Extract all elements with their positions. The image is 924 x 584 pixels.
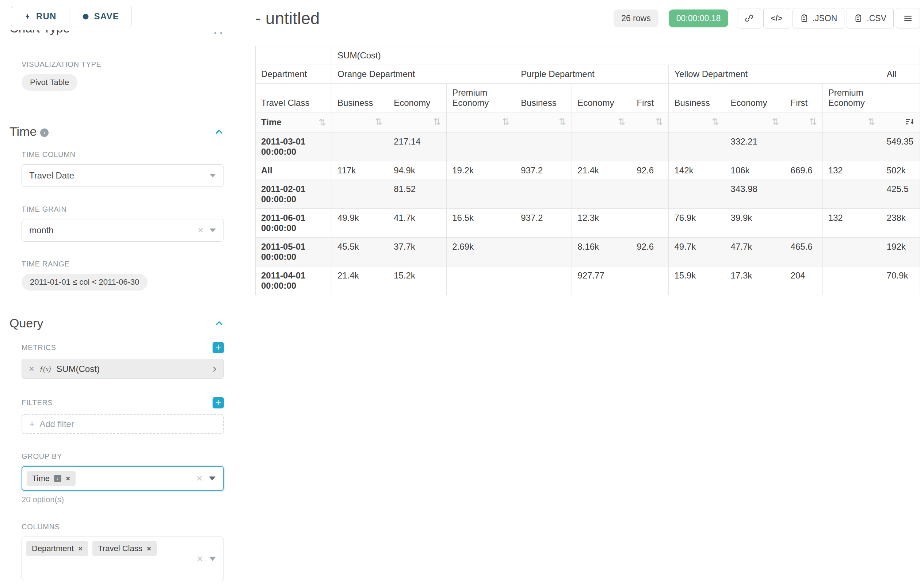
remove-tag-icon[interactable]: ×	[147, 544, 151, 553]
sort-icon[interactable]: ⇅	[772, 117, 779, 126]
pivot-cell: 2.69k	[447, 238, 515, 267]
chart-toolbar: 26 rows 00:00:00.18 </>	[614, 8, 920, 28]
group-by-tag[interactable]: Time i ×	[26, 471, 76, 486]
pivot-cell: 17.3k	[725, 267, 785, 295]
menu-button[interactable]	[896, 8, 920, 28]
export-json-button[interactable]: .JSON	[792, 8, 845, 28]
time-grain-select[interactable]: month ×	[21, 219, 224, 242]
pivot-column-header: Economy	[572, 84, 631, 112]
pivot-row-label: 2011-06-01 00:00:00	[256, 209, 332, 238]
pivot-cell	[669, 180, 725, 209]
query-section-header[interactable]: Query	[10, 316, 224, 330]
sort-icon[interactable]: ⇅	[433, 117, 441, 126]
chart-panel: - untitled 26 rows 00:00:00.18 </>	[236, 0, 924, 584]
pivot-sort-cell	[881, 112, 920, 133]
sort-icon[interactable]: ⇅	[809, 117, 817, 126]
sort-icon[interactable]: ⇅	[868, 117, 875, 126]
clear-icon[interactable]: ×	[197, 553, 203, 565]
metrics-control: METRICS + × ƒ(x) SUM(Cost) ›	[21, 342, 224, 379]
export-csv-button[interactable]: .CSV	[846, 8, 894, 28]
chevron-up-icon[interactable]	[214, 127, 224, 137]
remove-tag-icon[interactable]: ×	[66, 474, 70, 483]
columns-tag[interactable]: Travel Class ×	[92, 541, 157, 556]
pivot-row-dimension: Time⇅	[256, 112, 332, 133]
pivot-group-header: Orange Department	[332, 65, 515, 84]
pivot-column-header: Premium Economy	[822, 84, 881, 112]
add-filter-button[interactable]: + Add filter	[21, 414, 224, 434]
metric-item[interactable]: × ƒ(x) SUM(Cost) ›	[21, 359, 224, 379]
pivot-cell: 41.7k	[388, 209, 447, 238]
view-query-button[interactable]: </>	[763, 8, 790, 28]
sort-desc-icon[interactable]	[905, 117, 914, 126]
add-filter-plus-button[interactable]: +	[213, 397, 224, 408]
clear-icon[interactable]: ×	[196, 473, 202, 484]
pivot-cell: 549.35	[881, 133, 920, 161]
caret-down-icon	[210, 229, 216, 232]
remove-metric-icon[interactable]: ×	[29, 364, 34, 374]
pivot-cell: 217.14	[388, 133, 447, 161]
chevron-right-icon[interactable]: ›	[213, 362, 216, 376]
pivot-cell	[515, 238, 572, 267]
pivot-cell	[515, 180, 572, 209]
caret-down-icon[interactable]	[209, 557, 216, 561]
pivot-cell	[515, 133, 572, 161]
info-icon: i	[40, 128, 49, 137]
chart-title: - untitled	[255, 8, 320, 28]
sort-icon[interactable]: ⇅	[375, 117, 383, 126]
clear-icon[interactable]: ×	[198, 225, 203, 236]
pivot-metric-header: SUM(Cost)	[332, 46, 920, 65]
sort-icon[interactable]: ⇅	[712, 117, 719, 126]
pivot-sort-cell: ⇅	[669, 112, 725, 133]
filters-control: FILTERS + + Add filter	[21, 397, 224, 434]
pivot-cell	[572, 180, 631, 209]
sort-icon[interactable]: ⇅	[655, 117, 663, 126]
explore-view: RUN SAVE Chart Type VISUALIZATION TYPE P…	[0, 0, 924, 584]
share-link-button[interactable]	[737, 8, 761, 28]
chart-type-heading: Chart Type	[10, 30, 70, 35]
pivot-cell	[631, 133, 669, 161]
pivot-sort-cell: ⇅	[388, 112, 447, 133]
time-range-value[interactable]: 2011-01-01 ≤ col < 2011-06-30	[21, 274, 148, 291]
filters-label: FILTERS	[21, 398, 53, 407]
group-by-select[interactable]: Time i × ×	[21, 466, 224, 491]
pivot-cell: 15.9k	[669, 267, 725, 295]
run-button[interactable]: RUN	[12, 6, 69, 26]
pivot-cell	[822, 133, 881, 161]
sort-icon[interactable]: ⇅	[502, 117, 510, 126]
sort-icon[interactable]: ⇅	[617, 117, 625, 126]
pivot-cell: 142k	[669, 161, 725, 180]
pivot-cell	[332, 133, 388, 161]
time-section-header[interactable]: Time i	[10, 125, 224, 139]
columns-select[interactable]: Department × Travel Class × ×	[21, 536, 224, 581]
remove-tag-icon[interactable]: ×	[78, 544, 82, 553]
sort-icon[interactable]: ⇅	[558, 117, 566, 126]
pivot-cell: 927.77	[572, 267, 631, 295]
time-column-label: TIME COLUMN	[21, 150, 224, 159]
sort-icon[interactable]: ⇅	[318, 118, 326, 127]
plus-circle-icon	[82, 13, 89, 20]
chevron-up-icon[interactable]	[214, 319, 224, 328]
pivot-column-header: Business	[515, 84, 572, 112]
pivot-column-header: Economy	[725, 84, 785, 112]
pivot-cell: 106k	[725, 161, 785, 180]
clipboard-icon	[800, 14, 808, 23]
columns-tag[interactable]: Department ×	[26, 541, 88, 556]
pivot-cell	[785, 133, 822, 161]
time-column-value: Travel Date	[29, 171, 74, 181]
save-button[interactable]: SAVE	[69, 6, 132, 26]
run-save-button-group: RUN SAVE	[11, 6, 132, 27]
pivot-cell: 49.9k	[332, 209, 388, 238]
caret-down-icon[interactable]	[209, 476, 216, 481]
query-section-title: Query	[10, 316, 43, 330]
pivot-cell: 669.6	[785, 161, 822, 180]
pivot-cell	[822, 180, 881, 209]
time-grain-control: TIME GRAIN month ×	[21, 205, 224, 242]
visualization-type-value[interactable]: Pivot Table	[21, 74, 78, 91]
pivot-column-dimension: Department	[256, 65, 332, 84]
pivot-row-label: All	[256, 161, 332, 180]
pivot-cell	[631, 209, 669, 238]
section-divider	[0, 44, 236, 44]
add-metric-button[interactable]: +	[213, 342, 224, 353]
time-column-select[interactable]: Travel Date	[21, 164, 224, 187]
add-filter-label: Add filter	[40, 419, 74, 429]
